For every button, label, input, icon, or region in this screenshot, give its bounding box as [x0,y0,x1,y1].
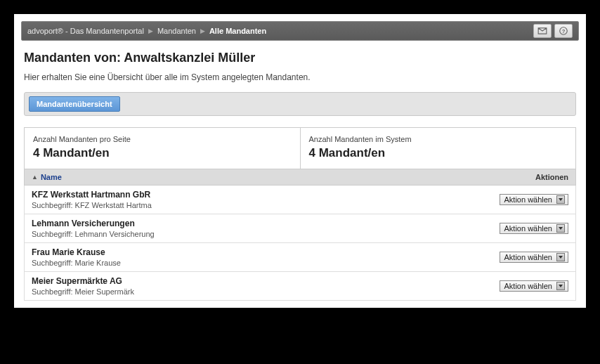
action-select[interactable]: Aktion wählen [500,252,569,263]
table-header: ▲ Name Aktionen [24,169,576,186]
stats-total-value: 4 Mandant/en [309,146,568,160]
row-action-cell: Aktion wählen [470,223,568,234]
mail-icon [537,26,547,36]
row-searchterm: Suchbegriff: Marie Krause [32,259,470,267]
page-subtitle: Hier erhalten Sie eine Übersicht über al… [24,72,576,82]
sort-asc-icon: ▲ [32,174,38,181]
row-searchterm: Suchbegriff: Meier Supermärk [32,287,470,296]
action-select[interactable]: Aktion wählen [500,280,569,292]
row-searchterm: Suchbegriff: Lehmann Versicherung [32,230,470,238]
chevron-right-icon: ▶ [200,27,205,34]
breadcrumb-current: Alle Mandanten [209,27,266,35]
chevron-down-icon [556,224,565,233]
breadcrumb: advoport® - Das Mandantenportal ▶ Mandan… [27,27,533,35]
stats-total-label: Anzahl Mandanten im System [309,135,568,143]
row-name[interactable]: Lehmann Versicherungen [32,219,470,228]
svg-text:?: ? [562,28,566,34]
chevron-down-icon [556,253,565,261]
column-header-name-label: Name [41,173,62,181]
row-searchterm: Suchbegriff: KFZ Werkstatt Hartma [32,201,470,209]
action-select-label: Aktion wählen [504,282,553,290]
row-main: Meier Supermärkte AGSuchbegriff: Meier S… [32,276,470,296]
breadcrumb-mid[interactable]: Mandanten [157,27,196,35]
action-select-label: Aktion wählen [504,253,553,261]
chevron-right-icon: ▶ [148,27,153,34]
row-main: Lehmann VersicherungenSuchbegriff: Lehma… [32,219,470,238]
row-action-cell: Aktion wählen [470,194,568,205]
page-title: Mandanten von: Anwaltskanzlei Müller [24,51,576,65]
row-action-cell: Aktion wählen [470,280,568,292]
chevron-down-icon [556,195,565,204]
content-area: Mandanten von: Anwaltskanzlei Müller Hie… [14,48,586,301]
topbar-actions: ? [533,24,573,38]
mail-button[interactable] [533,24,552,38]
stats-per-page-label: Anzahl Mandanten pro Seite [33,135,292,143]
table-row: Lehmann VersicherungenSuchbegriff: Lehma… [24,214,576,243]
tab-bar: Mandantenübersicht [24,92,576,116]
tab-overview[interactable]: Mandantenübersicht [29,96,120,112]
action-select[interactable]: Aktion wählen [500,194,569,205]
column-header-name[interactable]: ▲ Name [32,173,470,181]
table-row: Meier Supermärkte AGSuchbegriff: Meier S… [24,272,576,301]
table-body: KFZ Werkstatt Hartmann GbRSuchbegriff: K… [24,186,576,301]
app-window: advoport® - Das Mandantenportal ▶ Mandan… [14,14,586,308]
row-name[interactable]: Frau Marie Krause [32,247,470,257]
row-main: Frau Marie KrauseSuchbegriff: Marie Krau… [32,247,470,267]
row-main: KFZ Werkstatt Hartmann GbRSuchbegriff: K… [32,190,470,209]
action-select-label: Aktion wählen [504,224,553,233]
column-header-actions: Aktionen [470,173,568,181]
top-bar: advoport® - Das Mandantenportal ▶ Mandan… [21,21,579,41]
row-action-cell: Aktion wählen [470,252,568,263]
help-icon: ? [559,26,568,36]
row-name[interactable]: Meier Supermärkte AG [32,276,470,286]
table-row: KFZ Werkstatt Hartmann GbRSuchbegriff: K… [24,186,576,214]
table-row: Frau Marie KrauseSuchbegriff: Marie Krau… [24,243,576,272]
help-button[interactable]: ? [554,24,573,38]
action-select-label: Aktion wählen [504,195,553,204]
stats-total: Anzahl Mandanten im System 4 Mandant/en [301,128,576,169]
stats-per-page-value: 4 Mandant/en [33,146,292,160]
row-name[interactable]: KFZ Werkstatt Hartmann GbR [32,190,470,200]
chevron-down-icon [556,282,565,290]
stats-per-page: Anzahl Mandanten pro Seite 4 Mandant/en [25,128,301,169]
action-select[interactable]: Aktion wählen [500,223,569,234]
stats-row: Anzahl Mandanten pro Seite 4 Mandant/en … [24,127,576,169]
breadcrumb-root[interactable]: advoport® - Das Mandantenportal [27,27,144,35]
